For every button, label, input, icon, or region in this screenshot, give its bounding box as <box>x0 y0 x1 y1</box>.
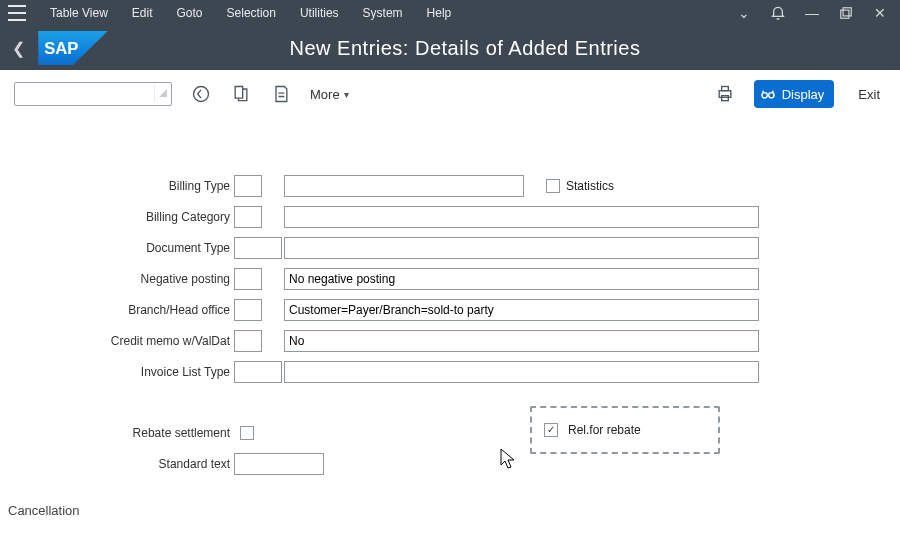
menu-table-view[interactable]: Table View <box>40 2 118 24</box>
row-billing-type: Billing Type Statistics <box>10 170 890 201</box>
label-billing-category: Billing Category <box>10 210 234 224</box>
menu-system[interactable]: System <box>353 2 413 24</box>
input-billing-type-code[interactable] <box>234 175 262 197</box>
checkbox-rel-for-rebate[interactable]: ✓ <box>544 423 558 437</box>
glasses-icon <box>760 86 776 102</box>
menu-help[interactable]: Help <box>417 2 462 24</box>
row-standard-text: Standard text <box>10 448 890 479</box>
print-icon[interactable] <box>714 83 736 105</box>
label-document-type: Document Type <box>10 241 234 255</box>
label-rel-for-rebate: Rel.for rebate <box>568 423 641 437</box>
label-rebate-settlement: Rebate settlement <box>10 426 234 440</box>
back-button[interactable]: ❮ <box>8 38 28 58</box>
row-credit-memo: Credit memo w/ValDat <box>10 325 890 356</box>
section-cancellation: Cancellation <box>0 489 900 518</box>
hamburger-icon[interactable] <box>8 5 28 21</box>
input-credit-memo-code[interactable] <box>234 330 262 352</box>
label-billing-type: Billing Type <box>10 179 234 193</box>
checkbox-rebate-settlement[interactable] <box>240 426 254 440</box>
command-field[interactable] <box>14 82 172 106</box>
input-credit-memo-desc[interactable] <box>284 330 759 352</box>
input-document-type-desc[interactable] <box>284 237 759 259</box>
row-billing-category: Billing Category <box>10 201 890 232</box>
system-shortcut-icon[interactable]: ⌄ <box>732 4 756 22</box>
sap-logo: SAP <box>38 31 108 65</box>
menu-selection[interactable]: Selection <box>217 2 286 24</box>
application-toolbar: More ▾ Display Exit <box>0 70 900 118</box>
display-button[interactable]: Display <box>754 80 835 108</box>
window-restore-icon[interactable] <box>834 4 858 22</box>
input-document-type-code[interactable] <box>234 237 282 259</box>
label-statistics: Statistics <box>566 179 614 193</box>
row-negative-posting: Negative posting <box>10 263 890 294</box>
row-rebate-settlement: Rebate settlement ✓ Rel.for rebate <box>10 417 890 448</box>
svg-rect-0 <box>843 8 851 16</box>
svg-point-4 <box>194 87 209 102</box>
label-standard-text: Standard text <box>10 457 234 471</box>
svg-text:SAP: SAP <box>44 39 78 58</box>
label-invoice-list-type: Invoice List Type <box>10 365 234 379</box>
label-negative-posting: Negative posting <box>10 272 234 286</box>
system-notifications-icon[interactable] <box>766 4 790 22</box>
chevron-down-icon: ▾ <box>344 89 349 100</box>
input-branch-head-office-desc[interactable] <box>284 299 759 321</box>
input-invoice-list-type-code[interactable] <box>234 361 282 383</box>
more-menu[interactable]: More ▾ <box>310 87 349 102</box>
form-content: Billing Type Statistics Billing Category… <box>0 118 900 489</box>
input-standard-text[interactable] <box>234 453 324 475</box>
menu-edit[interactable]: Edit <box>122 2 163 24</box>
window-minimize-icon[interactable]: — <box>800 4 824 22</box>
next-entry-icon[interactable] <box>230 83 252 105</box>
rel-for-rebate-group: ✓ Rel.for rebate <box>530 406 720 454</box>
row-invoice-list-type: Invoice List Type <box>10 356 890 387</box>
menu-goto[interactable]: Goto <box>167 2 213 24</box>
label-credit-memo: Credit memo w/ValDat <box>10 334 234 348</box>
titlebar: ❮ SAP New Entries: Details of Added Entr… <box>0 26 900 70</box>
display-label: Display <box>782 87 825 102</box>
exit-button[interactable]: Exit <box>852 87 886 102</box>
input-billing-category-code[interactable] <box>234 206 262 228</box>
window-close-icon[interactable]: ✕ <box>868 4 892 22</box>
input-negative-posting-code[interactable] <box>234 268 262 290</box>
input-billing-type-desc[interactable] <box>284 175 524 197</box>
menubar: Table View Edit Goto Selection Utilities… <box>0 0 900 26</box>
row-branch-head-office: Branch/Head office <box>10 294 890 325</box>
input-invoice-list-type-desc[interactable] <box>284 361 759 383</box>
input-negative-posting-desc[interactable] <box>284 268 759 290</box>
menu-utilities[interactable]: Utilities <box>290 2 349 24</box>
input-branch-head-office-code[interactable] <box>234 299 262 321</box>
row-document-type: Document Type <box>10 232 890 263</box>
svg-rect-7 <box>721 96 728 101</box>
checkbox-statistics[interactable] <box>546 179 560 193</box>
previous-entry-icon[interactable] <box>190 83 212 105</box>
other-entry-icon[interactable] <box>270 83 292 105</box>
input-billing-category-desc[interactable] <box>284 206 759 228</box>
svg-rect-1 <box>841 10 849 18</box>
label-branch-head-office: Branch/Head office <box>10 303 234 317</box>
svg-rect-6 <box>721 87 728 91</box>
page-title: New Entries: Details of Added Entries <box>118 37 892 60</box>
more-label: More <box>310 87 340 102</box>
svg-rect-5 <box>719 91 731 98</box>
